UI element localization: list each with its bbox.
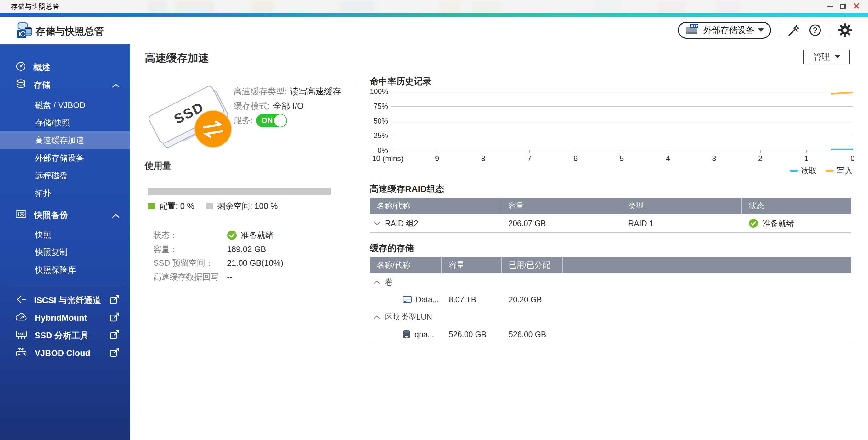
read-line-swatch [789, 170, 798, 172]
maximize-button[interactable] [840, 4, 846, 9]
wizard-wand-icon[interactable] [787, 23, 801, 37]
x-tick-label: 7 [527, 154, 531, 163]
sidebar-item-hybridmount[interactable]: HybridMount [0, 309, 130, 327]
x-tick-label: 2 [758, 154, 762, 163]
group-label: 区块类型LUN [385, 312, 432, 322]
allocated-legend-label: 配置: 0 % [159, 201, 194, 212]
manage-button-label: 管理 [813, 51, 830, 63]
chevron-up-icon[interactable] [374, 280, 380, 284]
camera-icon [16, 210, 26, 221]
lun-row-capacity: 526.00 GB [442, 326, 502, 343]
x-tick-mark [437, 150, 437, 153]
external-device-dropdown[interactable]: RAID 外部存储设备 [678, 22, 771, 39]
page-title: 高速缓存加速 [145, 51, 209, 65]
column-header[interactable]: 类型 [621, 198, 742, 214]
manage-button[interactable]: 管理 [803, 50, 850, 64]
sidebar-item-topology[interactable]: 拓扑 [0, 184, 130, 202]
header-separator [830, 23, 830, 37]
service-toggle[interactable]: ON [256, 114, 287, 127]
sidebar-item-label: 远程磁盘 [35, 170, 68, 181]
settings-gear-icon[interactable] [838, 23, 852, 37]
raid-name-text: RAID 组2 [385, 218, 418, 229]
raid-row-type: RAID 1 [621, 214, 742, 232]
chart-plot-area: 10 (mins) 9 8 7 6 5 4 3 2 1 0 [391, 92, 852, 150]
usage-detail-rows: 状态： 准备就绪 容量： 189.02 GB SSD 预留空间： 21.00 G… [153, 228, 283, 284]
sidebar-item-external-storage[interactable]: 外部存储设备 [0, 149, 130, 167]
sidebar-item-label: HybridMount [35, 313, 87, 323]
app-logo-icon [17, 21, 33, 41]
column-header[interactable]: 已用/已分配 [502, 257, 563, 273]
column-header[interactable]: 名称/代称 [370, 198, 501, 214]
volume-icon [403, 295, 412, 304]
sidebar-item-label: 磁盘 / VJBOD [35, 100, 85, 111]
titlebar-ghost-decoration [441, 1, 460, 12]
y-tick-label: 0% [370, 146, 388, 155]
sidebar-item-disks-vjbod[interactable]: 磁盘 / VJBOD [0, 96, 130, 114]
sidebar-item-ssd-profiling[interactable]: SSD SSD 分析工具 [0, 327, 130, 344]
sidebar-item-remote-disk[interactable]: 远程磁盘 [0, 167, 130, 184]
help-icon[interactable]: ? [808, 23, 822, 37]
sidebar-group-snapshot-backup[interactable]: 快照备份 [0, 206, 130, 224]
group-row-volume[interactable]: 卷 [370, 273, 851, 291]
usage-legend: 配置: 0 % 剩余空间: 100 % [148, 201, 278, 212]
sidebar-item-iscsi-fc[interactable]: iSCSI 与光纤通道 [0, 292, 130, 309]
cache-service-row: 服务: ON [234, 113, 341, 128]
titlebar-ghost-decoration [340, 1, 374, 12]
minimize-button[interactable] [827, 6, 833, 7]
y-tick-label: 50% [370, 117, 388, 126]
cache-info-panel: 高速缓存类型: 读写高速缓存 缓存模式: 全部 I/O 服务: ON [234, 84, 341, 128]
sidebar-item-storage-snapshots[interactable]: 存储/快照 [0, 114, 130, 132]
column-header[interactable]: 状态 [742, 198, 851, 214]
toggle-knob[interactable] [274, 114, 286, 127]
writeback-value: -- [227, 272, 232, 282]
column-header[interactable]: 容量 [501, 198, 621, 214]
x-tick-mark [622, 150, 622, 153]
x-tick-mark [576, 150, 576, 153]
chevron-down-icon[interactable] [374, 222, 380, 226]
titlebar-ghost-decoration [718, 1, 740, 12]
sidebar: 概述 存储 磁盘 / VJBOD 存储/快照 高速缓存加速 外部存储设备 远程磁… [0, 44, 130, 440]
svg-text:?: ? [813, 26, 818, 34]
close-button[interactable]: ✕ [852, 2, 861, 11]
sidebar-item-overview[interactable]: 概述 [0, 59, 130, 76]
sidebar-item-label: 快照 [35, 229, 51, 240]
sidebar-item-label: VJBOD Cloud [35, 348, 90, 358]
raid-row-name[interactable]: RAID 组2 [370, 214, 501, 232]
sidebar-item-label: 概述 [33, 62, 50, 73]
titlebar-ghost-decoration [595, 1, 620, 12]
column-header[interactable]: 容量 [442, 257, 502, 273]
column-header[interactable]: 名称/代称 [370, 257, 442, 273]
free-legend-label: 剩余空间: 100 % [217, 201, 278, 212]
reserved-row: SSD 预留空间： 21.00 GB(10%) [153, 256, 283, 270]
x-tick-label: 3 [712, 154, 716, 163]
chevron-down-icon [835, 55, 840, 59]
writeback-label: 高速缓存数据回写 [153, 271, 227, 282]
sidebar-item-snapshot-replica[interactable]: 快照复制 [0, 243, 130, 261]
x-tick-label: 4 [666, 154, 670, 163]
cache-type-value: 读写高速缓存 [290, 86, 341, 97]
main-content: 高速缓存加速 管理 SSD 高速缓存类型: 读写高速缓存 缓存模 [130, 44, 868, 440]
database-icon [16, 79, 26, 91]
group-label: 卷 [385, 277, 393, 287]
sidebar-item-snapshot[interactable]: 快照 [0, 226, 130, 243]
sidebar-item-cache-acceleration[interactable]: 高速缓存加速 [0, 132, 130, 149]
sidebar-group-storage[interactable]: 存储 [0, 76, 130, 94]
titlebar-ghost-decoration [472, 1, 500, 12]
sidebar-item-label: 快照复制 [35, 247, 68, 258]
chevron-up-icon[interactable] [374, 315, 380, 319]
volume-row-capacity: 8.07 TB [442, 291, 502, 308]
sidebar-item-snapshot-vault[interactable]: 快照保险库 [0, 261, 130, 279]
chevron-up-icon[interactable] [112, 210, 120, 220]
lun-row-used: 526.00 GB [502, 326, 563, 343]
raid-status-text: 准备就绪 [763, 218, 794, 229]
sidebar-item-vjbod-cloud[interactable]: VJBOD Cloud [0, 344, 130, 362]
group-row-block-lun[interactable]: 区块类型LUN [370, 308, 851, 326]
svg-text:SSD: SSD [18, 332, 25, 336]
external-link-icon [110, 294, 120, 307]
chevron-up-icon[interactable] [112, 80, 120, 90]
x-tick-mark [761, 150, 761, 153]
writeback-row: 高速缓存数据回写 -- [153, 270, 283, 284]
volume-row-name[interactable]: Data... [370, 291, 442, 308]
status-row: 状态： 准备就绪 [153, 228, 283, 242]
lun-row-name[interactable]: qna... [370, 326, 442, 343]
